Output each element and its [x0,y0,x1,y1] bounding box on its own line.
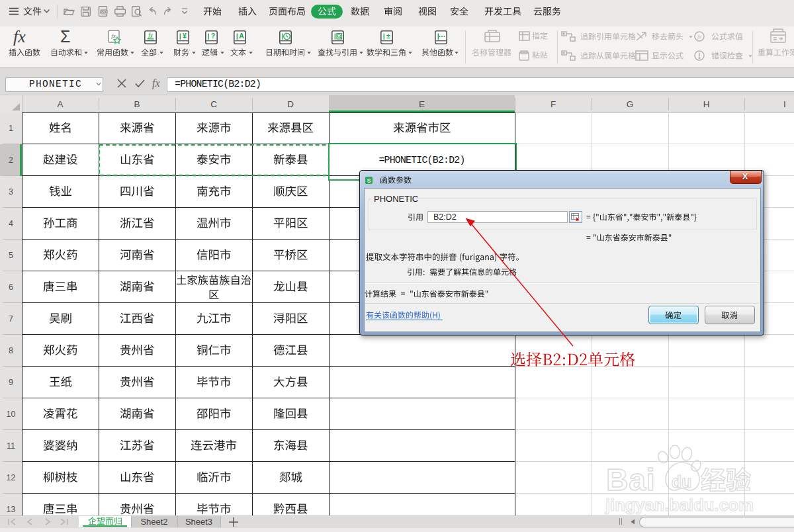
svg-text:S: S [367,177,371,184]
svg-text:fx: fx [111,32,116,39]
svg-text:fx: fx [148,32,153,39]
svg-text:A: A [239,32,244,40]
svg-text:PDF: PDF [101,10,107,14]
svg-text:fx: fx [697,34,701,40]
svg-text:?: ? [210,32,214,40]
svg-text:¥: ¥ [183,32,187,40]
svg-text:±: ± [386,32,390,40]
